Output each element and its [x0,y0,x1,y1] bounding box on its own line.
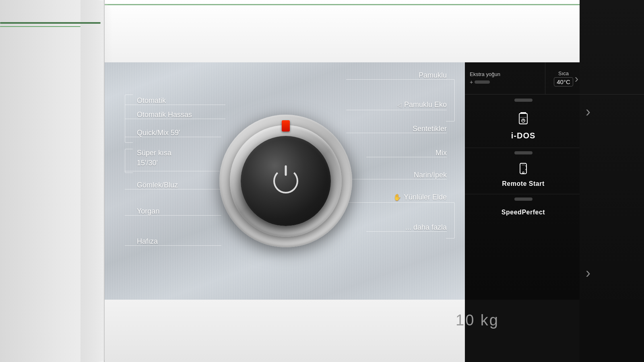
far-right-content: › › [580,0,644,120]
idos-section[interactable]: i-DOS [465,106,582,148]
plus-icon: + [470,79,473,85]
dial-indicator-red [282,120,290,132]
dial-outer-ring[interactable] [219,115,352,247]
left-side-panel [0,0,105,362]
indicator-bar-1 [514,99,533,102]
idos-icon-container [517,112,530,129]
green-line-left [0,22,101,24]
line-otomatik-hassas [125,119,225,119]
power-symbol-line [285,165,287,176]
line-yunluler [342,202,447,203]
program-label-super[interactable]: Süper kısa [137,149,171,157]
line-mix [366,157,447,157]
far-right-top-row [580,62,644,95]
program-label-gomlek[interactable]: Gömlek/Bluz [137,181,178,189]
line-super [125,171,221,171]
line-otomatik [125,105,225,105]
line-gomlek [125,189,221,189]
indicator-bar-3 [514,197,533,201]
power-symbol-ring [273,169,298,193]
bottom-panel [105,300,467,362]
remote-start-icon [517,162,529,176]
green-line-left2 [0,26,80,27]
dial-chrome-ring[interactable] [230,125,342,237]
control-panel: Otomatik Otomatik Hassas Quick/Mix 59' S… [105,62,467,300]
bracket-right-bottom [446,202,455,239]
indicator-bar-row-3 [465,194,582,204]
yogun-indicator-bar [475,80,490,84]
bottom-far-right [580,300,644,362]
program-label-otomatik[interactable]: Otomatik [137,97,166,105]
display-top-row: Ekstra yoğun + Sıca 40°C [465,62,582,95]
arrow-right-display[interactable]: › [575,72,578,85]
far-right-arrow-bottom[interactable]: › [586,265,590,282]
far-right-arrow-container: › [580,95,644,120]
washing-machine-body: Otomatik Otomatik Hassas Quick/Mix 59' S… [0,0,644,362]
program-label-sentetikler[interactable]: Sentetikler [413,125,447,133]
dial-container[interactable] [219,115,352,247]
program-label-narin[interactable]: Narin/İpek [414,171,447,179]
line-sentetikler [346,133,447,133]
indicator-bar-row-1 [465,95,582,106]
ekstra-yogun-controls: + [470,79,540,85]
program-label-pamuklu-eko[interactable]: ◁ Pamuklu Eko [397,101,447,109]
remote-icon-container [517,162,529,178]
bracket-super [125,149,133,173]
indicator-bar-2 [514,151,533,154]
hand-icon: ✋ [393,193,401,201]
line-daha-fazla [366,231,447,232]
indicator-bar-row-2 [465,148,582,158]
sicaklik-label: Sıca [558,70,569,76]
program-label-mix[interactable]: Mix [436,149,447,157]
pamuklu-eko-arrow: ◁ [397,102,402,108]
remote-start-label: Remote Start [502,180,545,187]
line-narin [346,179,447,179]
svg-point-3 [522,172,524,173]
program-label-yunluler[interactable]: ✋ Yünlüler Elde [393,193,447,202]
program-label-pamuklu[interactable]: Pamuklu [419,71,447,80]
ekstra-yogun-label: Ekstra yoğun [470,71,540,77]
line-pamuklu-eko [346,110,447,110]
line-yorgan [125,215,221,216]
program-label-quick[interactable]: Quick/Mix 59' [137,129,180,137]
line-hafiza [125,245,221,246]
line-pamuklu [346,79,447,80]
program-label-daha-fazla[interactable]: ... daha fazla [405,223,447,232]
bracket-right-top [446,79,455,121]
remote-start-section[interactable]: Remote Start [465,158,582,194]
ekstra-yogun-cell[interactable]: Ekstra yoğun + [465,62,545,94]
program-label-hafiza[interactable]: Hafıza [137,237,158,246]
speed-perfect-label: SpeedPerfect [502,209,545,216]
weight-label: 10 kg [456,312,499,329]
far-right-arrow-right[interactable]: › [586,103,590,120]
bottom-right-panel [465,300,582,362]
sicaklik-value: 40°C [554,77,573,86]
speed-perfect-section[interactable]: SpeedPerfect [465,204,582,222]
program-label-yorgan[interactable]: Yorgan [137,207,159,216]
line-quick [125,137,221,137]
right-display-panel: Ekstra yoğun + Sıca 40°C › [465,62,582,300]
dial-inner-button[interactable] [241,136,331,226]
idos-label: i-DOS [511,131,536,140]
far-right-arrow-bottom-container: › [586,265,590,282]
program-label-super-sub[interactable]: 15'/30' [137,159,158,167]
program-label-otomatik-hassas[interactable]: Otomatik Hassas [137,111,192,119]
idos-icon [517,112,530,126]
